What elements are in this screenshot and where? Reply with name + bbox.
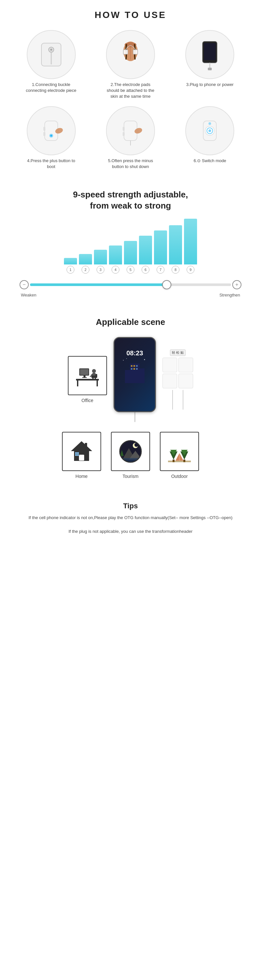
svg-point-54	[144, 359, 145, 360]
svg-rect-32	[77, 380, 78, 387]
cable-wire	[134, 412, 135, 422]
bar-8: 8	[169, 225, 182, 274]
bar-num-9: 9	[187, 266, 195, 274]
office-icon-box	[68, 356, 107, 395]
tips-section: Tips If the cell phone indicator is not …	[0, 492, 261, 555]
switch-mode-icon	[193, 115, 226, 147]
scene-bottom-row: Home	[6, 432, 255, 479]
svg-rect-51	[133, 368, 135, 370]
step-4-image	[27, 106, 76, 155]
home-scene-item: Home	[62, 432, 101, 479]
bar-5: 5	[124, 241, 137, 274]
pad-wires	[172, 390, 183, 410]
svg-rect-42	[92, 373, 96, 375]
scene-main-display: Office 08:23	[6, 337, 255, 422]
svg-point-2	[50, 49, 52, 51]
bar-num-1: 1	[66, 266, 74, 274]
how-to-use-title: HOW TO USE	[6, 10, 255, 20]
slider-thumb[interactable]	[162, 280, 171, 289]
electrode-label: 轻 松 贴	[170, 350, 186, 356]
tourism-label: Tourism	[122, 474, 138, 479]
slider-track[interactable]	[30, 283, 231, 286]
svg-rect-58	[79, 455, 84, 461]
applicable-section: Applicable scene	[0, 304, 261, 492]
speed-section: 9-speed strength adjustable,from weak to…	[0, 176, 261, 304]
svg-rect-46	[139, 368, 144, 383]
bar-fill-6	[139, 236, 152, 264]
step-1: 1.Connecting buckle connecting electrode…	[13, 30, 89, 100]
bar-fill-2	[79, 254, 92, 264]
electrode-pads-display: 轻 松 贴	[163, 350, 193, 410]
slider-row: − +	[6, 277, 255, 293]
tourism-scene-item: Tourism	[111, 432, 150, 479]
step-4-desc: 4.Press the plus button to boot	[25, 158, 78, 170]
electrode-pad-1	[163, 358, 177, 372]
svg-rect-49	[136, 365, 138, 367]
svg-rect-14	[43, 127, 45, 131]
bar-num-7: 7	[157, 266, 165, 274]
svg-rect-52	[136, 368, 138, 370]
how-to-use-section: HOW TO USE 1.Connecting buckle connectin…	[0, 0, 261, 176]
phone-display: 08:23	[114, 337, 156, 422]
bar-num-3: 3	[96, 266, 104, 274]
slider-minus-icon[interactable]: −	[20, 280, 29, 289]
bar-fill-8	[169, 225, 182, 264]
phone-time: 08:23	[126, 350, 143, 357]
step-6-image	[185, 106, 234, 155]
tips-title: Tips	[20, 502, 241, 510]
bar-num-4: 4	[112, 266, 119, 274]
minus-button-icon	[114, 115, 147, 147]
tips-text-1: If the cell phone indicator is not on,Pl…	[20, 514, 241, 521]
wire-left	[172, 390, 173, 410]
step-2-image	[106, 30, 155, 79]
step-2-desc: 2.The electrode pads should be attached …	[104, 82, 157, 100]
svg-point-55	[126, 358, 127, 359]
step-5-desc: 5.Often press the minus button to shut d…	[104, 158, 157, 170]
svg-rect-22	[123, 132, 125, 136]
svg-rect-45	[125, 370, 131, 383]
step-5: 5.Often press the minus button to shut d…	[92, 106, 168, 170]
svg-rect-7	[123, 50, 128, 54]
wire-right	[183, 390, 183, 410]
outdoor-icon	[166, 438, 193, 465]
tourism-icon-box	[111, 432, 150, 471]
bar-num-2: 2	[82, 266, 89, 274]
bar-num-6: 6	[142, 266, 149, 274]
svg-rect-47	[131, 365, 133, 367]
slider-plus-icon[interactable]: +	[232, 280, 241, 289]
svg-rect-50	[131, 368, 133, 370]
svg-rect-80	[168, 461, 191, 462]
strengthen-label: Strengthen	[219, 293, 240, 298]
svg-rect-39	[92, 378, 93, 380]
home-icon-box	[62, 432, 101, 471]
svg-rect-37	[82, 377, 87, 378]
svg-rect-62	[85, 443, 87, 447]
svg-rect-36	[84, 375, 85, 377]
electrode-pad-3	[163, 374, 177, 388]
home-icon	[68, 438, 95, 465]
electrode-icon	[114, 38, 147, 71]
step-1-desc: 1.Connecting buckle connecting electrode…	[25, 82, 78, 94]
svg-rect-21	[123, 127, 125, 131]
bar-fill-7	[154, 231, 167, 264]
svg-rect-8	[133, 50, 138, 54]
svg-rect-12	[208, 68, 212, 70]
step-5-image	[106, 106, 155, 155]
svg-rect-40	[95, 378, 96, 380]
electrode-pad-2	[179, 358, 193, 372]
outdoor-icon-box	[160, 432, 199, 471]
phone-building-svg	[122, 357, 148, 387]
bar-fill-5	[124, 241, 137, 264]
phone-content: 08:23	[122, 345, 148, 387]
speed-title: 9-speed strength adjustable,from weak to…	[6, 189, 255, 212]
electrode-pad-4	[179, 374, 193, 388]
bar-6: 6	[139, 236, 152, 274]
slider-labels: Weaken Strengthen	[6, 293, 255, 298]
bar-4: 4	[109, 245, 122, 274]
outdoor-label: Outdoor	[171, 474, 188, 479]
bar-3: 3	[94, 250, 107, 274]
bar-num-8: 8	[172, 266, 179, 274]
home-label: Home	[75, 474, 87, 479]
tips-text-2: If the plug is not applicable, you can u…	[20, 528, 241, 535]
step-3-desc: 3.Plug to phone or power	[186, 82, 234, 88]
